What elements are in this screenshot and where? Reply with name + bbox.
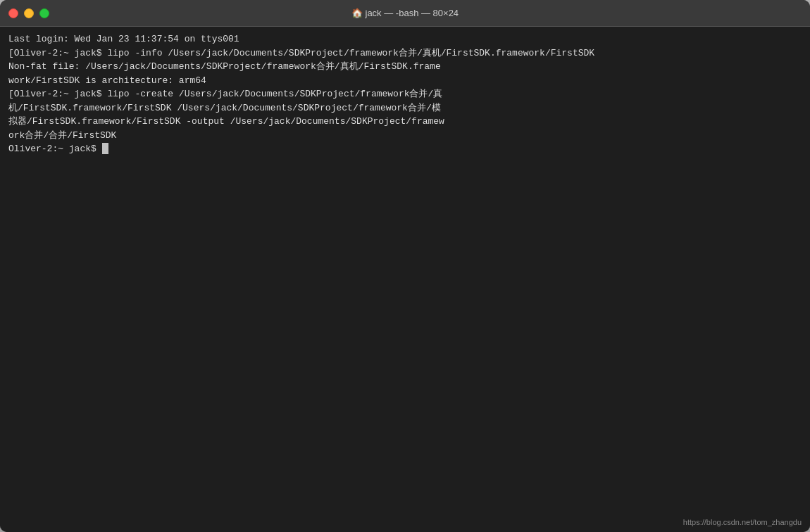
minimize-button[interactable] xyxy=(24,8,34,18)
terminal-output: Last login: Wed Jan 23 11:37:54 on ttys0… xyxy=(8,32,802,156)
terminal-window: 🏠 jack — -bash — 80×24 Last login: Wed J… xyxy=(0,0,810,532)
traffic-lights xyxy=(8,8,49,18)
titlebar: 🏠 jack — -bash — 80×24 xyxy=(0,0,810,27)
window-title: 🏠 jack — -bash — 80×24 xyxy=(351,8,459,18)
maximize-button[interactable] xyxy=(39,8,49,18)
terminal-cursor xyxy=(102,143,108,154)
terminal-body[interactable]: Last login: Wed Jan 23 11:37:54 on ttys0… xyxy=(0,27,810,532)
watermark: https://blog.csdn.net/tom_zhangdu xyxy=(683,518,802,526)
close-button[interactable] xyxy=(8,8,18,18)
